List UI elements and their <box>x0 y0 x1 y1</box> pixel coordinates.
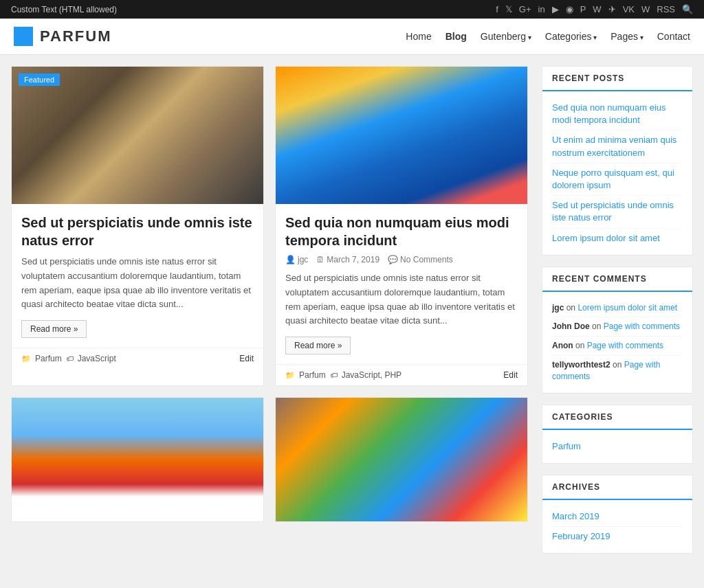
edit-link[interactable]: Edit <box>239 354 254 363</box>
post-category[interactable]: Parfum <box>35 354 62 363</box>
recent-comments-widget: RECENT COMMENTS jgc on Lorem ipsum dolor… <box>542 267 693 394</box>
edit-link[interactable]: Edit <box>503 370 518 380</box>
comment-action: on <box>575 341 587 350</box>
pinterest-icon[interactable]: P <box>580 4 586 14</box>
whatsapp-icon[interactable]: W <box>641 4 650 14</box>
categories-list: Parfum <box>542 430 692 463</box>
post-author: 👤 jgc <box>285 255 308 264</box>
post-tags[interactable]: JavaScript <box>78 354 116 363</box>
archives-list: March 2019 February 2019 <box>542 500 692 553</box>
comment-item: tellyworthtest2 on Page with comments <box>552 356 683 386</box>
recent-post-link[interactable]: Lorem ipsum dolor sit amet <box>552 229 683 248</box>
posts-grid: Featured Sed ut perspiciatis unde omnis … <box>11 66 528 522</box>
post-excerpt: Sed ut perspiciatis unde omnis iste natu… <box>285 271 518 328</box>
post-footer: Parfum JavaScript Edit <box>12 348 263 369</box>
post-date: 🗓 March 7, 2019 <box>316 255 380 264</box>
sidebar: RECENT POSTS Sed quia non numquam eius m… <box>542 66 693 565</box>
topbar-custom-text: Custom Text (HTML allowed) <box>11 5 117 14</box>
nav-categories[interactable]: Categories <box>545 31 597 42</box>
tag-icon <box>66 354 74 363</box>
comment-link[interactable]: Page with comments <box>604 321 680 331</box>
comment-action: on <box>566 303 578 313</box>
category-icon <box>21 354 31 363</box>
facebook-icon[interactable]: f <box>496 4 498 14</box>
post-title[interactable]: Sed quia non numquam eius modi tempora i… <box>285 214 518 249</box>
header: PARFUM Home Blog Gutenberg Categories Pa… <box>0 19 704 55</box>
nav-pages[interactable]: Pages <box>610 31 643 42</box>
tag-icon <box>330 370 338 380</box>
post-body: Sed quia non numquam eius modi tempora i… <box>276 204 527 364</box>
twitter-icon[interactable]: 𝕏 <box>505 4 512 14</box>
main-nav: Home Blog Gutenberg Categories Pages Con… <box>406 31 690 42</box>
topbar: Custom Text (HTML allowed) f 𝕏 G+ in ▶ ◉… <box>0 0 704 19</box>
vk-icon[interactable]: VK <box>623 4 635 14</box>
googleplus-icon[interactable]: G+ <box>519 4 531 14</box>
recent-posts-widget: RECENT POSTS Sed quia non numquam eius m… <box>542 66 693 256</box>
main-wrapper: Featured Sed ut perspiciatis unde omnis … <box>0 55 704 576</box>
comment-link[interactable]: Lorem ipsum dolor sit amet <box>578 303 677 313</box>
comment-item: Anon on Page with comments <box>552 337 683 356</box>
post-card <box>275 397 528 522</box>
post-tags[interactable]: JavaScript, PHP <box>342 370 402 380</box>
comment-action: on <box>613 360 624 370</box>
comment-action: on <box>592 321 604 331</box>
post-image <box>276 67 527 204</box>
comment-link[interactable]: Page with comments <box>587 341 663 350</box>
post-body: Sed ut perspiciatis unde omnis iste natu… <box>12 204 263 348</box>
logo: PARFUM <box>14 27 111 46</box>
nav-home[interactable]: Home <box>406 31 431 42</box>
post-image <box>276 398 527 521</box>
comment-item: John Doe on Page with comments <box>552 317 683 337</box>
nav-gutenberg[interactable]: Gutenberg <box>481 31 531 42</box>
category-icon <box>285 370 295 380</box>
featured-badge: Featured <box>19 74 60 86</box>
recent-comments-list: jgc on Lorem ipsum dolor sit amet John D… <box>542 292 692 393</box>
instagram-icon[interactable]: ◉ <box>566 4 573 14</box>
archive-link[interactable]: February 2019 <box>552 527 683 546</box>
post-meta: 👤 jgc 🗓 March 7, 2019 💬 No Comments <box>285 255 518 264</box>
post-thumbnail <box>12 398 263 521</box>
archives-widget: ARCHIVES March 2019 February 2019 <box>542 475 693 554</box>
archives-title: ARCHIVES <box>542 475 692 500</box>
recent-posts-list: Sed quia non numquam eius modi tempora i… <box>542 91 692 255</box>
logo-box <box>14 27 33 46</box>
categories-widget: CATEGORIES Parfum <box>542 405 693 464</box>
archive-link[interactable]: March 2019 <box>552 507 683 527</box>
linkedin-icon[interactable]: in <box>538 4 545 14</box>
comment-item: jgc on Lorem ipsum dolor sit amet <box>552 299 683 318</box>
post-thumbnail <box>12 67 263 204</box>
commenter-name: Anon <box>552 341 573 350</box>
rss-icon[interactable]: RSS <box>657 4 675 14</box>
social-icons: f 𝕏 G+ in ▶ ◉ P W ✈ VK W RSS 🔍 <box>496 4 693 14</box>
recent-post-link[interactable]: Sed ut perspiciatis unde omnis iste natu… <box>552 196 683 228</box>
read-more-button[interactable]: Read more » <box>21 320 87 338</box>
recent-post-link[interactable]: Ut enim ad minima veniam quis nostrum ex… <box>552 131 683 163</box>
wordpress-icon[interactable]: W <box>593 4 601 14</box>
post-image: Featured <box>12 67 263 204</box>
commenter-name: John Doe <box>552 321 590 331</box>
post-excerpt: Sed ut perspiciatis unde omnis iste natu… <box>21 255 254 312</box>
post-footer: Parfum JavaScript, PHP Edit <box>276 364 527 385</box>
nav-contact[interactable]: Contact <box>657 31 690 42</box>
recent-comments-title: RECENT COMMENTS <box>542 267 692 292</box>
category-link[interactable]: Parfum <box>552 437 683 456</box>
post-card <box>11 397 264 522</box>
post-card: Sed quia non numquam eius modi tempora i… <box>275 66 528 386</box>
post-comments: 💬 No Comments <box>388 255 453 264</box>
telegram-icon[interactable]: ✈ <box>608 4 616 14</box>
categories-title: CATEGORIES <box>542 405 692 430</box>
commenter-name: jgc <box>552 303 564 313</box>
logo-text: PARFUM <box>40 27 111 45</box>
post-image <box>12 398 263 521</box>
recent-post-link[interactable]: Sed quia non numquam eius modi tempora i… <box>552 98 683 131</box>
youtube-icon[interactable]: ▶ <box>552 4 559 14</box>
post-thumbnail <box>276 398 527 521</box>
search-icon[interactable]: 🔍 <box>682 4 693 14</box>
post-thumbnail <box>276 67 527 204</box>
nav-blog[interactable]: Blog <box>446 31 467 42</box>
post-category[interactable]: Parfum <box>299 370 326 380</box>
post-title[interactable]: Sed ut perspiciatis unde omnis iste natu… <box>21 214 254 249</box>
content-area: Featured Sed ut perspiciatis unde omnis … <box>11 66 528 565</box>
read-more-button[interactable]: Read more » <box>285 337 351 354</box>
recent-post-link[interactable]: Neque porro quisquam est, qui dolorem ip… <box>552 163 683 196</box>
